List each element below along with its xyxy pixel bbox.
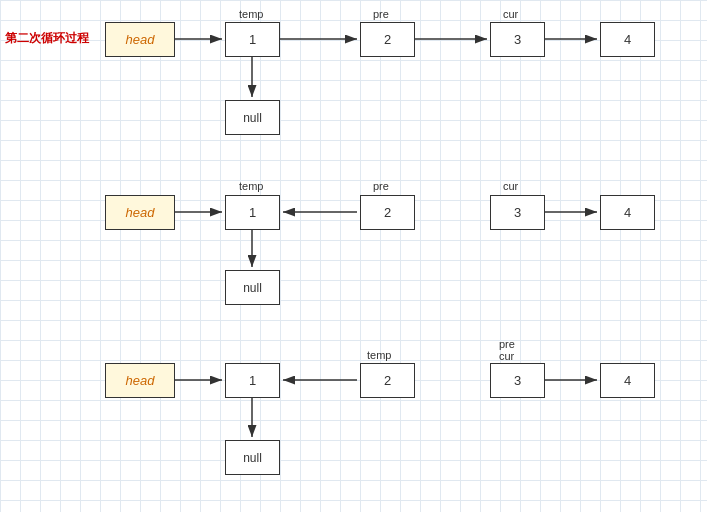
- node-2-r3: 2: [360, 363, 415, 398]
- label-cur-r3: cur: [499, 350, 514, 362]
- node-4-r3: 4: [600, 363, 655, 398]
- node-1-r1: 1: [225, 22, 280, 57]
- node-4-r1: 4: [600, 22, 655, 57]
- node-1-r3: 1: [225, 363, 280, 398]
- node-null-r2: null: [225, 270, 280, 305]
- label-temp-r2: temp: [239, 180, 263, 192]
- node-3-r2: 3: [490, 195, 545, 230]
- node-head-r2: head: [105, 195, 175, 230]
- node-2-r1: 2: [360, 22, 415, 57]
- node-head-r1: head: [105, 22, 175, 57]
- label-pre-r2: pre: [373, 180, 389, 192]
- node-2-r2: 2: [360, 195, 415, 230]
- node-head-r3: head: [105, 363, 175, 398]
- node-4-r2: 4: [600, 195, 655, 230]
- node-null-r3: null: [225, 440, 280, 475]
- diagram-title: 第二次循环过程: [5, 30, 89, 47]
- node-3-r3: 3: [490, 363, 545, 398]
- label-pre-r1: pre: [373, 8, 389, 20]
- label-temp-r1: temp: [239, 8, 263, 20]
- grid-background: [0, 0, 707, 512]
- label-cur-r2: cur: [503, 180, 518, 192]
- label-temp-r3: temp: [367, 349, 391, 361]
- label-cur-r1: cur: [503, 8, 518, 20]
- node-null-r1: null: [225, 100, 280, 135]
- node-3-r1: 3: [490, 22, 545, 57]
- node-1-r2: 1: [225, 195, 280, 230]
- label-pre-r3: pre: [499, 338, 515, 350]
